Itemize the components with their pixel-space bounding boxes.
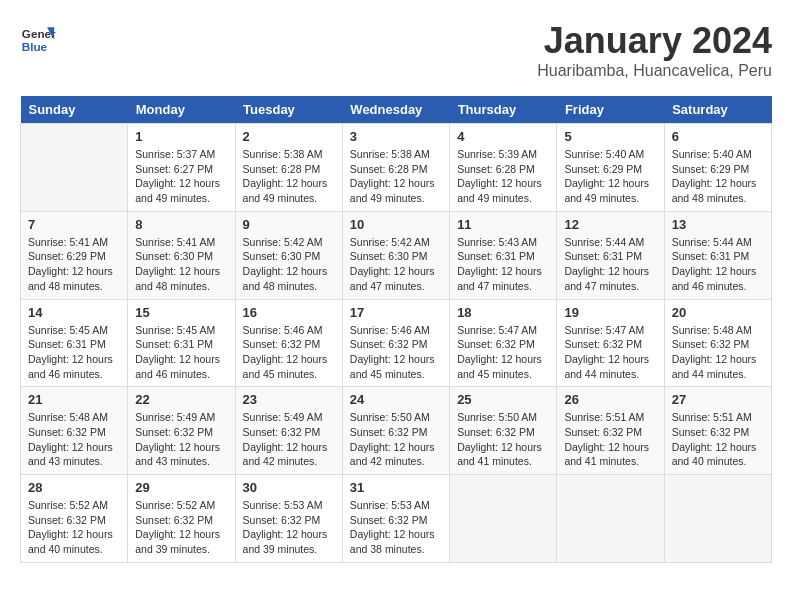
logo-icon: General Blue xyxy=(20,20,56,56)
day-info: Sunrise: 5:44 AM Sunset: 6:31 PM Dayligh… xyxy=(564,235,656,294)
calendar-cell: 20Sunrise: 5:48 AM Sunset: 6:32 PM Dayli… xyxy=(664,299,771,387)
calendar-week-5: 28Sunrise: 5:52 AM Sunset: 6:32 PM Dayli… xyxy=(21,475,772,563)
day-info: Sunrise: 5:44 AM Sunset: 6:31 PM Dayligh… xyxy=(672,235,764,294)
calendar-cell: 18Sunrise: 5:47 AM Sunset: 6:32 PM Dayli… xyxy=(450,299,557,387)
calendar-cell xyxy=(557,475,664,563)
calendar-cell: 8Sunrise: 5:41 AM Sunset: 6:30 PM Daylig… xyxy=(128,211,235,299)
day-number: 6 xyxy=(672,129,764,144)
calendar-cell: 1Sunrise: 5:37 AM Sunset: 6:27 PM Daylig… xyxy=(128,124,235,212)
day-info: Sunrise: 5:38 AM Sunset: 6:28 PM Dayligh… xyxy=(243,147,335,206)
header-day-monday: Monday xyxy=(128,96,235,124)
calendar-cell: 17Sunrise: 5:46 AM Sunset: 6:32 PM Dayli… xyxy=(342,299,449,387)
logo: General Blue xyxy=(20,20,60,56)
header-day-sunday: Sunday xyxy=(21,96,128,124)
calendar-week-1: 1Sunrise: 5:37 AM Sunset: 6:27 PM Daylig… xyxy=(21,124,772,212)
day-number: 11 xyxy=(457,217,549,232)
day-info: Sunrise: 5:43 AM Sunset: 6:31 PM Dayligh… xyxy=(457,235,549,294)
day-info: Sunrise: 5:40 AM Sunset: 6:29 PM Dayligh… xyxy=(672,147,764,206)
day-info: Sunrise: 5:41 AM Sunset: 6:30 PM Dayligh… xyxy=(135,235,227,294)
calendar-cell: 24Sunrise: 5:50 AM Sunset: 6:32 PM Dayli… xyxy=(342,387,449,475)
day-number: 22 xyxy=(135,392,227,407)
header-day-saturday: Saturday xyxy=(664,96,771,124)
calendar-table: SundayMondayTuesdayWednesdayThursdayFrid… xyxy=(20,96,772,563)
calendar-cell: 9Sunrise: 5:42 AM Sunset: 6:30 PM Daylig… xyxy=(235,211,342,299)
calendar-cell: 27Sunrise: 5:51 AM Sunset: 6:32 PM Dayli… xyxy=(664,387,771,475)
day-info: Sunrise: 5:52 AM Sunset: 6:32 PM Dayligh… xyxy=(28,498,120,557)
calendar-cell: 12Sunrise: 5:44 AM Sunset: 6:31 PM Dayli… xyxy=(557,211,664,299)
calendar-week-3: 14Sunrise: 5:45 AM Sunset: 6:31 PM Dayli… xyxy=(21,299,772,387)
header-day-thursday: Thursday xyxy=(450,96,557,124)
calendar-cell: 13Sunrise: 5:44 AM Sunset: 6:31 PM Dayli… xyxy=(664,211,771,299)
day-number: 7 xyxy=(28,217,120,232)
calendar-cell: 2Sunrise: 5:38 AM Sunset: 6:28 PM Daylig… xyxy=(235,124,342,212)
day-number: 29 xyxy=(135,480,227,495)
day-info: Sunrise: 5:46 AM Sunset: 6:32 PM Dayligh… xyxy=(243,323,335,382)
day-info: Sunrise: 5:38 AM Sunset: 6:28 PM Dayligh… xyxy=(350,147,442,206)
day-number: 13 xyxy=(672,217,764,232)
header-day-tuesday: Tuesday xyxy=(235,96,342,124)
day-info: Sunrise: 5:42 AM Sunset: 6:30 PM Dayligh… xyxy=(243,235,335,294)
day-info: Sunrise: 5:45 AM Sunset: 6:31 PM Dayligh… xyxy=(135,323,227,382)
header-day-wednesday: Wednesday xyxy=(342,96,449,124)
day-number: 2 xyxy=(243,129,335,144)
calendar-cell: 30Sunrise: 5:53 AM Sunset: 6:32 PM Dayli… xyxy=(235,475,342,563)
calendar-cell: 3Sunrise: 5:38 AM Sunset: 6:28 PM Daylig… xyxy=(342,124,449,212)
day-info: Sunrise: 5:53 AM Sunset: 6:32 PM Dayligh… xyxy=(243,498,335,557)
day-number: 18 xyxy=(457,305,549,320)
day-info: Sunrise: 5:49 AM Sunset: 6:32 PM Dayligh… xyxy=(135,410,227,469)
day-info: Sunrise: 5:47 AM Sunset: 6:32 PM Dayligh… xyxy=(564,323,656,382)
day-info: Sunrise: 5:48 AM Sunset: 6:32 PM Dayligh… xyxy=(28,410,120,469)
day-number: 27 xyxy=(672,392,764,407)
day-info: Sunrise: 5:41 AM Sunset: 6:29 PM Dayligh… xyxy=(28,235,120,294)
day-number: 20 xyxy=(672,305,764,320)
day-info: Sunrise: 5:48 AM Sunset: 6:32 PM Dayligh… xyxy=(672,323,764,382)
calendar-cell: 6Sunrise: 5:40 AM Sunset: 6:29 PM Daylig… xyxy=(664,124,771,212)
calendar-cell: 7Sunrise: 5:41 AM Sunset: 6:29 PM Daylig… xyxy=(21,211,128,299)
day-number: 15 xyxy=(135,305,227,320)
day-number: 5 xyxy=(564,129,656,144)
header-day-friday: Friday xyxy=(557,96,664,124)
day-info: Sunrise: 5:40 AM Sunset: 6:29 PM Dayligh… xyxy=(564,147,656,206)
day-number: 4 xyxy=(457,129,549,144)
calendar-cell: 11Sunrise: 5:43 AM Sunset: 6:31 PM Dayli… xyxy=(450,211,557,299)
calendar-cell: 23Sunrise: 5:49 AM Sunset: 6:32 PM Dayli… xyxy=(235,387,342,475)
calendar-week-2: 7Sunrise: 5:41 AM Sunset: 6:29 PM Daylig… xyxy=(21,211,772,299)
day-number: 25 xyxy=(457,392,549,407)
svg-text:Blue: Blue xyxy=(22,40,48,53)
day-number: 21 xyxy=(28,392,120,407)
calendar-cell: 5Sunrise: 5:40 AM Sunset: 6:29 PM Daylig… xyxy=(557,124,664,212)
day-number: 3 xyxy=(350,129,442,144)
day-number: 1 xyxy=(135,129,227,144)
page-subtitle: Huaribamba, Huancavelica, Peru xyxy=(537,62,772,80)
calendar-cell: 22Sunrise: 5:49 AM Sunset: 6:32 PM Dayli… xyxy=(128,387,235,475)
title-area: January 2024 Huaribamba, Huancavelica, P… xyxy=(537,20,772,80)
day-info: Sunrise: 5:37 AM Sunset: 6:27 PM Dayligh… xyxy=(135,147,227,206)
day-number: 24 xyxy=(350,392,442,407)
day-number: 14 xyxy=(28,305,120,320)
calendar-cell: 31Sunrise: 5:53 AM Sunset: 6:32 PM Dayli… xyxy=(342,475,449,563)
day-info: Sunrise: 5:39 AM Sunset: 6:28 PM Dayligh… xyxy=(457,147,549,206)
calendar-cell: 10Sunrise: 5:42 AM Sunset: 6:30 PM Dayli… xyxy=(342,211,449,299)
calendar-cell: 4Sunrise: 5:39 AM Sunset: 6:28 PM Daylig… xyxy=(450,124,557,212)
calendar-cell xyxy=(664,475,771,563)
day-info: Sunrise: 5:51 AM Sunset: 6:32 PM Dayligh… xyxy=(672,410,764,469)
day-number: 31 xyxy=(350,480,442,495)
calendar-cell: 21Sunrise: 5:48 AM Sunset: 6:32 PM Dayli… xyxy=(21,387,128,475)
day-number: 30 xyxy=(243,480,335,495)
day-number: 26 xyxy=(564,392,656,407)
day-info: Sunrise: 5:53 AM Sunset: 6:32 PM Dayligh… xyxy=(350,498,442,557)
day-number: 16 xyxy=(243,305,335,320)
day-number: 28 xyxy=(28,480,120,495)
day-number: 19 xyxy=(564,305,656,320)
day-info: Sunrise: 5:46 AM Sunset: 6:32 PM Dayligh… xyxy=(350,323,442,382)
day-info: Sunrise: 5:49 AM Sunset: 6:32 PM Dayligh… xyxy=(243,410,335,469)
page-title: January 2024 xyxy=(537,20,772,62)
header: General Blue January 2024 Huaribamba, Hu… xyxy=(20,20,772,80)
day-info: Sunrise: 5:50 AM Sunset: 6:32 PM Dayligh… xyxy=(457,410,549,469)
day-info: Sunrise: 5:52 AM Sunset: 6:32 PM Dayligh… xyxy=(135,498,227,557)
calendar-cell: 25Sunrise: 5:50 AM Sunset: 6:32 PM Dayli… xyxy=(450,387,557,475)
calendar-cell: 15Sunrise: 5:45 AM Sunset: 6:31 PM Dayli… xyxy=(128,299,235,387)
calendar-week-4: 21Sunrise: 5:48 AM Sunset: 6:32 PM Dayli… xyxy=(21,387,772,475)
day-number: 17 xyxy=(350,305,442,320)
calendar-cell: 28Sunrise: 5:52 AM Sunset: 6:32 PM Dayli… xyxy=(21,475,128,563)
